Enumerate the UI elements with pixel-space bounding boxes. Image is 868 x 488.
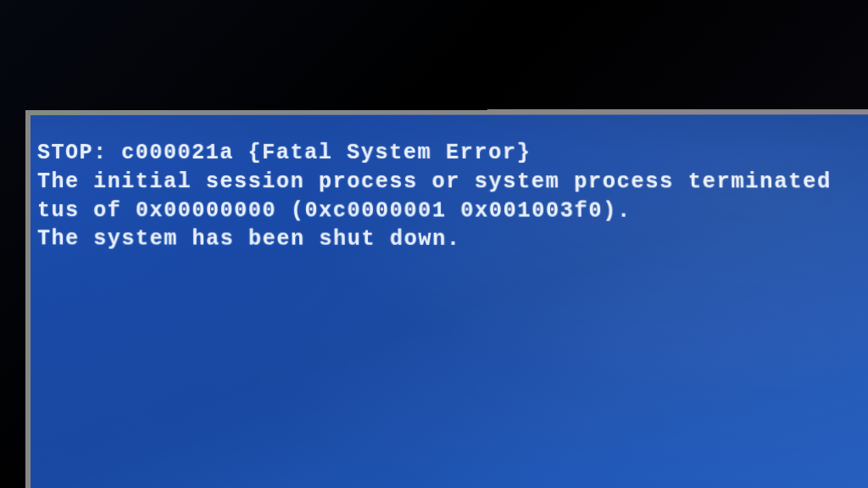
shutdown-message-line: The system has been shut down.	[37, 225, 868, 254]
error-description-line-1: The initial session process or system pr…	[37, 168, 868, 197]
bsod-screen: STOP: c000021a {Fatal System Error} The …	[31, 114, 868, 488]
monitor-frame: STOP: c000021a {Fatal System Error} The …	[0, 0, 868, 488]
screen-bezel: STOP: c000021a {Fatal System Error} The …	[25, 109, 868, 488]
error-description-line-2: tus of 0x00000000 (0xc0000001 0x001003f0…	[37, 197, 868, 226]
stop-code-line: STOP: c000021a {Fatal System Error}	[37, 139, 868, 168]
